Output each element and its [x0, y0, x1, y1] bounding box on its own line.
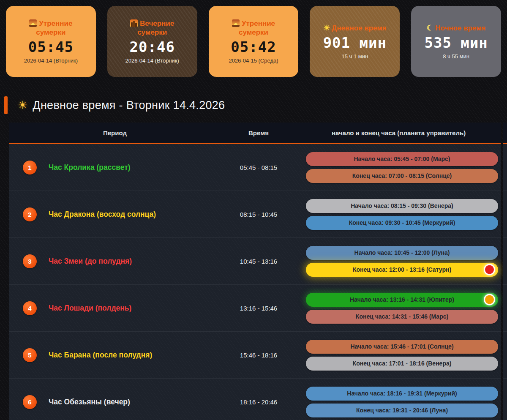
sun-icon: ☀ [18, 99, 27, 112]
hour-end-pill-active[interactable]: Конец часа: 12:00 - 13:16 (Сатурн) [306, 263, 498, 277]
period-name: Час Дракона (восход солнца) [49, 210, 156, 219]
card-value: 901 мин [323, 35, 387, 51]
hour-end-pill[interactable]: Конец часа: 14:31 - 15:46 (Марс) [306, 310, 498, 324]
row-number-badge: 2 [23, 207, 37, 221]
table-row: 2 Час Дракона (восход солнца) 08:15 - 10… [9, 191, 501, 238]
table-row: 6 Час Обезьяны (вечер) 18:16 - 20:46 Нач… [9, 379, 501, 420]
card-evening-twilight: Вечерние сумерки 20:46 2026-04-14 (Вторн… [107, 6, 197, 77]
active-indicator-icon [484, 264, 495, 275]
period-time-range: 13:16 - 15:46 [221, 305, 297, 312]
card-subtitle: 2026-04-14 (Вторник) [24, 57, 78, 64]
card-nighttime: ☾Ночное время 535 мин 8 ч 55 мин [411, 6, 501, 77]
hour-end-pill[interactable]: Конец часа: 17:01 - 18:16 (Венера) [306, 357, 498, 371]
row-number-badge: 4 [23, 301, 37, 315]
period-time-range: 15:46 - 18:16 [221, 352, 297, 359]
period-name: Час Лошади (полдень) [49, 304, 131, 313]
period-time-range: 10:45 - 13:16 [221, 258, 297, 265]
cityscape-dusk-icon [130, 19, 138, 27]
hour-end-pill[interactable]: Конец часа: 07:00 - 08:15 (Солнце) [306, 169, 498, 183]
daytime-hours-table: Период Время начало и конец часа (планет… [9, 123, 501, 420]
card-subtitle: 2026-04-14 (Вторник) [125, 57, 179, 64]
card-value: 05:45 [28, 39, 74, 55]
column-header-hours: начало и конец часа (планета управитель) [297, 129, 501, 136]
card-subtitle: 8 ч 55 мин [443, 53, 469, 60]
card-title: Утренние сумерки [19, 19, 83, 37]
hour-start-pill[interactable]: Начало часа: 10:45 - 12:00 (Луна) [306, 246, 498, 260]
hour-start-pill[interactable]: Начало часа: 08:15 - 09:30 (Венера) [306, 199, 498, 213]
hour-end-pill[interactable]: Конец часа: 09:30 - 10:45 (Меркурий) [306, 216, 498, 230]
period-name: Час Барана (после полудня) [49, 351, 152, 360]
page-title: Дневное время - Вторник 14.4.2026 [33, 99, 225, 112]
table-row: 3 Час Змеи (до полудня) 10:45 - 13:16 На… [9, 238, 501, 285]
sunrise-icon [232, 19, 240, 27]
table-row: 4 Час Лошади (полдень) 13:16 - 15:46 Нач… [9, 285, 501, 332]
card-subtitle: 15 ч 1 мин [341, 53, 368, 60]
hour-start-pill[interactable]: Начало часа: 05:45 - 07:00 (Марс) [306, 152, 498, 166]
column-header-period: Период [9, 129, 221, 136]
card-title: Вечерние сумерки [120, 19, 184, 37]
table-overflow-sliver [503, 123, 507, 420]
period-time-range: 05:45 - 08:15 [221, 164, 297, 171]
table-row: 1 Час Кролика (рассвет) 05:45 - 08:15 На… [9, 144, 501, 191]
row-number-badge: 5 [23, 348, 37, 362]
period-name: Час Кролика (рассвет) [49, 163, 131, 172]
column-header-time: Время [221, 129, 297, 136]
card-value: 05:42 [231, 39, 276, 55]
card-subtitle: 2026-04-15 (Среда) [229, 57, 278, 64]
moon-icon: ☾ [427, 24, 433, 32]
row-number-badge: 6 [23, 395, 37, 409]
card-title: ☀Дневное время [323, 23, 387, 33]
sun-icon: ☀ [323, 24, 330, 32]
table-row: 5 Час Барана (после полудня) 15:46 - 18:… [9, 332, 501, 379]
period-name: Час Змеи (до полудня) [49, 257, 132, 266]
active-indicator-icon [484, 294, 495, 305]
row-number-badge: 3 [23, 254, 37, 268]
hour-start-pill-active[interactable]: Начало часа: 13:16 - 14:31 (Юпитер) [306, 293, 498, 307]
card-title: ☾Ночное время [427, 23, 486, 33]
accent-bar [4, 96, 8, 114]
card-morning-twilight-1: Утренние сумерки 05:45 2026-04-14 (Вторн… [6, 6, 96, 77]
card-title: Утренние сумерки [221, 19, 286, 37]
card-morning-twilight-2: Утренние сумерки 05:42 2026-04-15 (Среда… [209, 6, 299, 77]
card-value: 20:46 [130, 39, 175, 55]
row-number-badge: 1 [23, 161, 37, 175]
period-name: Час Обезьяны (вечер) [49, 398, 130, 406]
card-value: 535 мин [424, 35, 488, 51]
hour-start-pill[interactable]: Начало часа: 18:16 - 19:31 (Меркурий) [306, 387, 498, 401]
hour-start-pill[interactable]: Начало часа: 15:46 - 17:01 (Солнце) [306, 340, 498, 354]
card-daytime: ☀Дневное время 901 мин 15 ч 1 мин [310, 6, 400, 77]
period-time-range: 08:15 - 10:45 [221, 211, 297, 218]
summary-cards: Утренние сумерки 05:45 2026-04-14 (Вторн… [0, 0, 507, 77]
hour-end-pill[interactable]: Конец часа: 19:31 - 20:46 (Луна) [306, 404, 498, 417]
period-time-range: 18:16 - 20:46 [221, 398, 297, 406]
sunrise-icon [29, 19, 37, 27]
table-header-row: Период Время начало и конец часа (планет… [9, 123, 501, 144]
section-header: ☀ Дневное время - Вторник 14.4.2026 [4, 96, 507, 114]
